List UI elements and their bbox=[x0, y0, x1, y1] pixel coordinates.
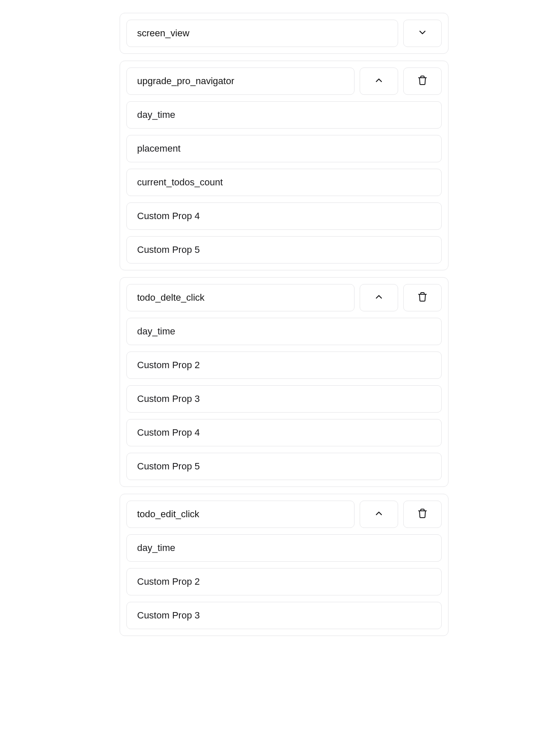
delete-button[interactable] bbox=[403, 284, 442, 311]
prop-input[interactable]: Custom Prop 5 bbox=[126, 453, 442, 480]
event-name-input[interactable]: upgrade_pro_navigator bbox=[126, 67, 355, 95]
event-group: upgrade_pro_navigatorday_timeplacementcu… bbox=[120, 61, 449, 270]
trash-icon bbox=[417, 292, 428, 304]
chevron-up-icon bbox=[374, 292, 384, 304]
events-list: screen_viewupgrade_pro_navigatorday_time… bbox=[120, 13, 449, 636]
collapse-button[interactable] bbox=[360, 67, 398, 95]
prop-input[interactable]: day_time bbox=[126, 318, 442, 345]
prop-input[interactable]: day_time bbox=[126, 534, 442, 562]
prop-input[interactable]: day_time bbox=[126, 101, 442, 129]
prop-input[interactable]: Custom Prop 4 bbox=[126, 202, 442, 230]
chevron-up-icon bbox=[374, 508, 384, 520]
prop-input[interactable]: Custom Prop 2 bbox=[126, 568, 442, 595]
props-list: day_timeCustom Prop 2Custom Prop 3 bbox=[126, 534, 442, 629]
event-group: screen_view bbox=[120, 13, 449, 54]
prop-input[interactable]: placement bbox=[126, 135, 442, 162]
props-list: day_timeplacementcurrent_todos_countCust… bbox=[126, 101, 442, 264]
prop-input[interactable]: Custom Prop 3 bbox=[126, 602, 442, 629]
trash-icon bbox=[417, 508, 428, 520]
props-list: day_timeCustom Prop 2Custom Prop 3Custom… bbox=[126, 318, 442, 480]
trash-icon bbox=[417, 75, 428, 87]
event-header: todo_delte_click bbox=[126, 284, 442, 311]
prop-input[interactable]: Custom Prop 2 bbox=[126, 352, 442, 379]
prop-input[interactable]: Custom Prop 3 bbox=[126, 385, 442, 413]
expand-button[interactable] bbox=[403, 20, 442, 47]
event-name-input[interactable]: todo_delte_click bbox=[126, 284, 355, 311]
prop-input[interactable]: current_todos_count bbox=[126, 169, 442, 196]
event-name-input[interactable]: todo_edit_click bbox=[126, 501, 355, 528]
event-header: todo_edit_click bbox=[126, 501, 442, 528]
collapse-button[interactable] bbox=[360, 501, 398, 528]
event-header: screen_view bbox=[126, 20, 442, 47]
delete-button[interactable] bbox=[403, 501, 442, 528]
delete-button[interactable] bbox=[403, 67, 442, 95]
chevron-down-icon bbox=[417, 27, 428, 39]
event-group: todo_delte_clickday_timeCustom Prop 2Cus… bbox=[120, 277, 449, 487]
prop-input[interactable]: Custom Prop 4 bbox=[126, 419, 442, 446]
chevron-up-icon bbox=[374, 75, 384, 87]
event-header: upgrade_pro_navigator bbox=[126, 67, 442, 95]
event-name-input[interactable]: screen_view bbox=[126, 20, 398, 47]
event-group: todo_edit_clickday_timeCustom Prop 2Cust… bbox=[120, 494, 449, 636]
prop-input[interactable]: Custom Prop 5 bbox=[126, 236, 442, 264]
collapse-button[interactable] bbox=[360, 284, 398, 311]
